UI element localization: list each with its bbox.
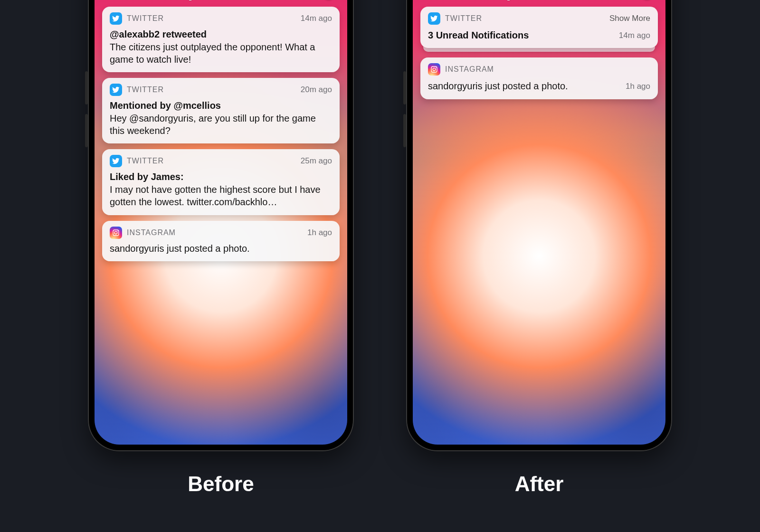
instagram-icon [428,63,440,76]
phone-frame-after: Earlier Today TWITTER [406,0,672,451]
instagram-icon [110,227,122,239]
notification-card[interactable]: TWITTER 20m ago Mentioned by @mcellios H… [102,78,340,143]
section-title: Earlier Today [424,0,514,1]
notification-time: 14m ago [619,31,650,40]
section-header: Earlier Today [106,0,336,1]
notification-list: TWITTER Show More 3 Unread Notifications… [420,7,658,99]
show-more-button[interactable]: Show More [609,14,650,23]
before-label: Before [188,472,254,496]
collapsed-notification-group[interactable]: TWITTER Show More 3 Unread Notifications… [420,7,658,48]
notification-body: Hey @sandorgyuris, are you still up for … [110,113,332,137]
notification-time: 1h ago [626,82,650,91]
svg-point-4 [433,68,436,71]
notification-time: 20m ago [301,85,332,95]
svg-point-2 [117,230,118,231]
phone-screen: Earlier Today TWITTER [413,0,665,445]
notification-title: Mentioned by @mcellios [110,100,332,112]
notification-card[interactable]: INSTAGRAM 1h ago sandorgyuris just poste… [102,221,340,262]
svg-point-1 [114,231,117,234]
notification-time: 14m ago [301,14,332,23]
notification-body: sandorgyuris just posted a photo. [110,243,332,255]
section-header: Earlier Today [424,0,654,1]
twitter-icon [110,155,122,167]
app-name: TWITTER [127,86,164,94]
twitter-icon [110,12,122,25]
phone-screen: Earlier Today TWITTER [95,0,347,445]
notification-title: @alexabb2 retweeted [110,28,332,40]
comparison-stage: Earlier Today TWITTER [88,0,672,496]
collapsed-summary: 3 Unread Notifications [428,29,529,41]
after-column: Earlier Today TWITTER [406,0,672,496]
notification-time: 1h ago [307,228,332,238]
notification-time: 25m ago [301,156,332,166]
app-name: TWITTER [127,14,164,23]
notification-card[interactable]: INSTAGRAM sandorgyuris just posted a pho… [420,57,658,99]
app-name: INSTAGRAM [445,65,494,74]
phone-frame-before: Earlier Today TWITTER [88,0,354,451]
app-name: TWITTER [445,14,482,23]
before-column: Earlier Today TWITTER [88,0,354,496]
notification-title: Liked by James: [110,171,332,183]
twitter-icon [110,84,122,96]
notification-body: The citizens just outplayed the opponent… [110,41,332,66]
notification-list: TWITTER 14m ago @alexabb2 retweeted The … [102,7,340,261]
twitter-icon [428,12,440,25]
svg-point-5 [436,67,436,67]
notification-card[interactable]: TWITTER 14m ago @alexabb2 retweeted The … [102,7,340,72]
notification-body: I may not have gotten the highest score … [110,184,332,208]
notification-card[interactable]: TWITTER 25m ago Liked by James: I may no… [102,149,340,215]
section-title: Earlier Today [106,0,196,1]
after-label: After [515,472,564,496]
notification-body: sandorgyuris just posted a photo. [428,80,568,93]
app-name: TWITTER [127,157,164,165]
app-name: INSTAGRAM [127,228,176,237]
